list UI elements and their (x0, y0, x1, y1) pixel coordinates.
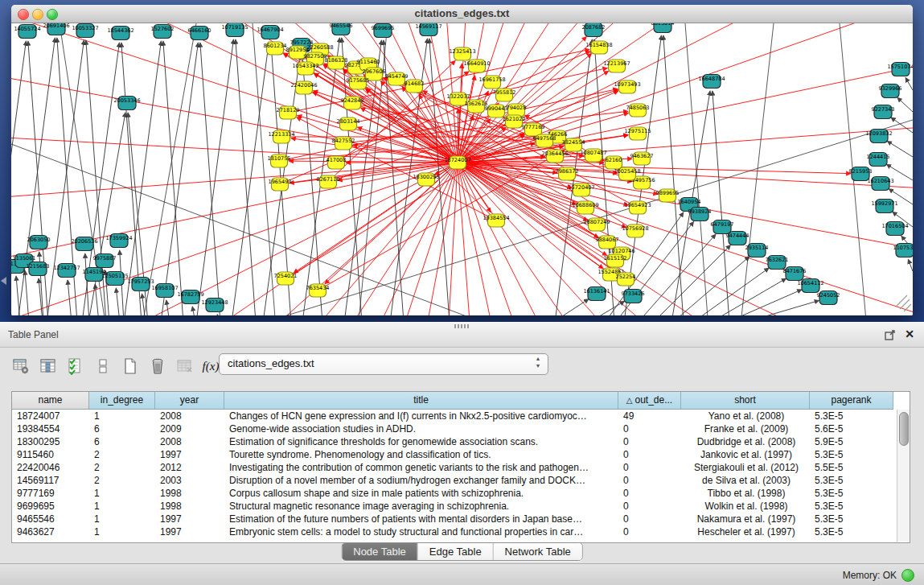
splitter-grip[interactable] (454, 324, 469, 328)
network-node[interactable]: 9699695 (372, 24, 395, 38)
window-titlebar[interactable]: citations_edges.txt (11, 5, 913, 23)
table-row[interactable]: 946554611997Estimation of the future num… (12, 513, 910, 525)
network-node[interactable]: 7485063 (626, 104, 650, 117)
network-node[interactable]: 16210643 (867, 177, 893, 191)
network-node[interactable]: 17359924 (105, 234, 132, 248)
network-node[interactable]: 16467904 (257, 26, 283, 39)
close-panel-icon[interactable]: ✕ (905, 328, 914, 340)
network-node[interactable]: 1244415 (867, 153, 890, 167)
network-node[interactable]: 9463627 (630, 152, 654, 165)
network-node[interactable]: 8813014 (651, 23, 675, 33)
network-node[interactable]: 9329966 (879, 84, 902, 98)
network-node[interactable]: 7254021 (274, 272, 298, 285)
float-panel-icon[interactable] (885, 329, 895, 340)
network-node[interactable]: 1615152 (604, 254, 627, 267)
network-node[interactable]: 2803144 (337, 117, 360, 130)
network-node[interactable]: 16136141 (583, 287, 610, 301)
network-node[interactable]: 8427552 (332, 137, 355, 150)
network-node[interactable]: 9245052 (817, 291, 840, 305)
network-node[interactable]: 1107533 (893, 244, 913, 257)
network-node[interactable]: 9975887 (93, 254, 117, 268)
table-select-dropdown[interactable]: citations_edges.txt ▲▼ (219, 353, 548, 375)
network-node[interactable]: 2935114 (745, 244, 769, 257)
column-header-title[interactable]: title (224, 392, 618, 410)
network-node[interactable]: 1810755 (268, 154, 291, 167)
network-node[interactable]: 7632621 (766, 256, 789, 270)
table-row[interactable]: 1872400712008Changes of HCN gene express… (12, 410, 910, 422)
network-node[interactable]: 12093832 (865, 130, 892, 143)
network-node[interactable]: 62160 (606, 156, 622, 169)
network-node[interactable]: 19384554 (483, 214, 509, 227)
network-node[interactable]: 10756928 (622, 225, 648, 237)
network-node[interactable]: 17957253 (127, 278, 154, 291)
tab-edge-table[interactable]: Edge Table (418, 543, 494, 560)
network-node[interactable]: 8471676 (783, 267, 807, 281)
network-node[interactable]: 6497568 (533, 134, 556, 147)
table-row[interactable]: 1938455462009Genome-wide association stu… (12, 422, 910, 435)
network-node[interactable]: 10688609 (572, 201, 598, 214)
network-node[interactable]: 10654112 (797, 279, 823, 293)
network-node[interactable]: 14569117 (415, 23, 441, 36)
select-columns-icon[interactable] (64, 354, 87, 378)
table-row[interactable]: 1456911722003Disruption of a novel membe… (12, 474, 910, 487)
network-node[interactable]: 1965493 (269, 178, 292, 191)
network-node[interactable]: 14055724 (14, 25, 40, 39)
network-node[interactable]: 9884067 (596, 236, 619, 249)
network-node[interactable]: 10719135 (221, 23, 248, 37)
row-height-icon[interactable] (92, 354, 114, 378)
network-node[interactable]: 15751074 (887, 63, 913, 76)
panel-collapse-arrow-icon[interactable] (1, 277, 6, 285)
network-node[interactable]: 252254 (616, 273, 636, 286)
delete-table-icon[interactable] (174, 354, 196, 378)
network-node[interactable]: 12213967 (603, 60, 630, 72)
column-header-out_de[interactable]: △out_de... (618, 392, 681, 410)
network-node[interactable]: 9474444 (726, 232, 749, 245)
network-node[interactable]: 12213334 (268, 130, 294, 143)
table-row[interactable]: 1830029562008Estimation of significance … (12, 435, 910, 448)
network-node[interactable]: 12923448 (201, 299, 228, 312)
network-node[interactable]: 9899695 (656, 189, 680, 202)
table-row[interactable]: 977716911998Corpus callosum shape and si… (12, 487, 910, 500)
vertical-scrollbar[interactable] (897, 410, 910, 542)
network-node[interactable]: 16640910 (463, 60, 490, 72)
column-header-year[interactable]: year (155, 392, 224, 410)
show-columns-icon[interactable] (37, 354, 60, 378)
network-node[interactable]: 7635434 (306, 284, 330, 297)
column-header-in_degree[interactable]: in_degree (89, 392, 155, 410)
network-node[interactable]: 20053346 (113, 97, 140, 110)
scrollbar-thumb[interactable] (899, 412, 909, 446)
network-node[interactable]: 17016504 (881, 222, 908, 236)
network-node[interactable]: 2063050 (27, 236, 51, 249)
network-node[interactable]: 15992971 (871, 200, 897, 213)
network-node[interactable]: 9733426 (622, 290, 645, 303)
network-node[interactable]: 19654923 (624, 201, 651, 214)
network-node[interactable]: 16958107 (151, 284, 178, 298)
network-node[interactable]: 12342757 (53, 264, 80, 278)
network-canvas[interactable]: 1405572420691406100533271854436215276026… (11, 23, 913, 315)
network-node[interactable]: 1527602 (151, 25, 175, 39)
network-node[interactable]: 9175685 (347, 76, 370, 89)
network-node[interactable]: 18544362 (107, 27, 133, 40)
network-node[interactable]: 8938924 (688, 208, 712, 221)
network-node[interactable]: 417008 (326, 156, 347, 169)
network-node[interactable]: 6466160 (188, 27, 211, 40)
tab-node-table[interactable]: Node Table (342, 543, 418, 560)
network-node[interactable]: 914682 (405, 80, 425, 93)
table-row[interactable]: 911546021997Tourette syndrome. Phenomeno… (12, 448, 910, 461)
network-node[interactable]: 7955812 (493, 89, 516, 101)
network-node[interactable]: 9227343 (872, 105, 895, 119)
table-mode-icon[interactable] (10, 354, 32, 378)
create-column-icon[interactable] (119, 354, 142, 378)
network-node[interactable]: 16154838 (585, 41, 612, 54)
network-node[interactable]: 12325413 (449, 47, 475, 60)
table-row[interactable]: 969969511998Structural magnetic resonanc… (12, 500, 910, 513)
table-row[interactable]: 946362711997Embryonic stem cells: a mode… (12, 525, 910, 538)
network-node[interactable]: 2718129 (277, 106, 300, 119)
column-header-pagerank[interactable]: pagerank (810, 392, 893, 410)
network-node[interactable]: 12505135 (101, 272, 128, 286)
column-header-name[interactable]: name (12, 392, 89, 410)
network-node[interactable]: 18807249 (583, 218, 610, 231)
network-node[interactable]: 7986372 (556, 167, 579, 180)
network-node[interactable]: 16648784 (698, 75, 725, 89)
network-node[interactable]: 9465546 (330, 23, 353, 35)
